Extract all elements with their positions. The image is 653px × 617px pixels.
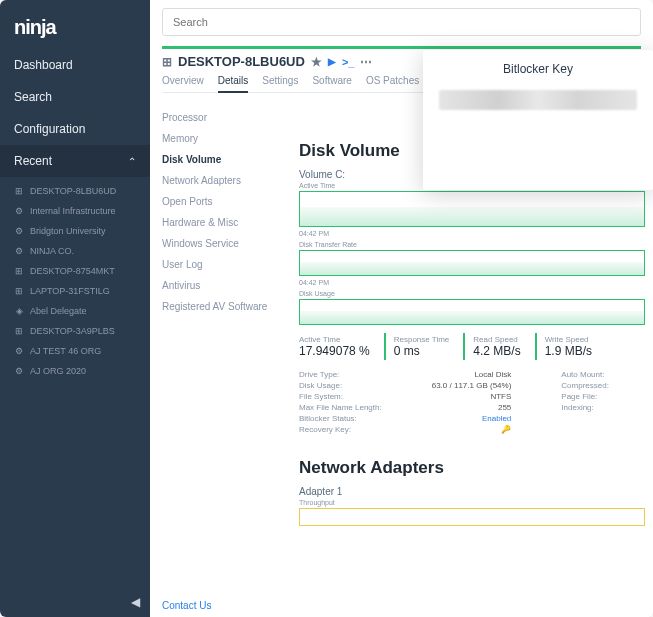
prop-labels-2: Auto Mount:Compressed:Page File:Indexing… (561, 370, 609, 434)
recent-item-label: DESKTOP-3A9PLBS (30, 326, 115, 336)
metric-label: Read Speed (473, 335, 520, 344)
nav-configuration[interactable]: Configuration (0, 113, 150, 145)
tab-details[interactable]: Details (218, 75, 249, 93)
throughput-label: Throughput (299, 499, 645, 506)
recent-item[interactable]: ⊞DESKTOP-8754MKT (0, 261, 150, 281)
prop-label: Bitlocker Status: (299, 414, 382, 423)
play-icon[interactable]: ▶ (328, 56, 336, 67)
transfer-graph (299, 250, 645, 276)
side-menu-item[interactable]: Processor (162, 107, 283, 128)
contact-us-link[interactable]: Contact Us (162, 600, 211, 611)
side-menu-item[interactable]: Antivirus (162, 275, 283, 296)
search-input[interactable] (162, 8, 641, 36)
prop-value: Local Disk (432, 370, 512, 379)
bitlocker-popup: Bitlocker Key (423, 50, 653, 190)
metric-label: Active Time (299, 335, 370, 344)
tab-os-patches[interactable]: OS Patches (366, 75, 419, 92)
metric: Response Time0 ms (384, 333, 464, 360)
prop-label: Auto Mount: (561, 370, 609, 379)
nav-recent[interactable]: Recent ⌃ (0, 145, 150, 177)
usage-graph (299, 299, 645, 325)
graph-ts-1: 04:42 PM (299, 230, 645, 237)
recent-item-label: Bridgton University (30, 226, 106, 236)
side-menu-item[interactable]: Registered AV Software (162, 296, 283, 317)
device-type-icon: ⊞ (14, 266, 24, 276)
prop-values-1: Local Disk63.0 / 117.1 GB (54%)NTFS255En… (432, 370, 512, 434)
prop-value[interactable]: 🔑 (432, 425, 512, 434)
side-menu-item[interactable]: Network Adapters (162, 170, 283, 191)
chevron-up-icon: ⌃ (128, 156, 136, 167)
prop-value: 255 (432, 403, 512, 412)
details-side-menu: ProcessorMemoryDisk VolumeNetwork Adapte… (150, 93, 295, 617)
device-type-icon: ⚙ (14, 226, 24, 236)
metric-label: Write Speed (545, 335, 592, 344)
recent-item[interactable]: ⚙AJ ORG 2020 (0, 361, 150, 381)
recent-item-label: LAPTOP-31FSTILG (30, 286, 110, 296)
device-type-icon: ⊞ (14, 186, 24, 196)
prop-label: Max File Name Length: (299, 403, 382, 412)
nav-dashboard[interactable]: Dashboard (0, 49, 150, 81)
recent-item-label: DESKTOP-8754MKT (30, 266, 115, 276)
prop-label: Recovery Key: (299, 425, 382, 434)
tab-overview[interactable]: Overview (162, 75, 204, 92)
device-type-icon: ⊞ (14, 286, 24, 296)
adapter-label: Adapter 1 (299, 486, 645, 497)
side-menu-item[interactable]: Open Ports (162, 191, 283, 212)
bitlocker-key-value (439, 90, 637, 110)
device-type-icon: ⊞ (14, 326, 24, 336)
recent-item-label: AJ ORG 2020 (30, 366, 86, 376)
recent-item-label: Abel Delegate (30, 306, 87, 316)
metric: Read Speed4.2 MB/s (463, 333, 534, 360)
side-menu-item[interactable]: Memory (162, 128, 283, 149)
disk-metrics: Active Time17.949078 %Response Time0 msR… (299, 333, 645, 360)
recent-item[interactable]: ⊞LAPTOP-31FSTILG (0, 281, 150, 301)
prop-label: Indexing: (561, 403, 609, 412)
recent-item[interactable]: ◈Abel Delegate (0, 301, 150, 321)
nav-search[interactable]: Search (0, 81, 150, 113)
side-menu-item[interactable]: Disk Volume (162, 149, 283, 170)
recent-item[interactable]: ⚙AJ TEST 46 ORG (0, 341, 150, 361)
device-type-icon: ◈ (14, 306, 24, 316)
prop-label: Compressed: (561, 381, 609, 390)
star-icon[interactable]: ★ (311, 55, 322, 69)
recent-item-label: DESKTOP-8LBU6UD (30, 186, 116, 196)
device-name: DESKTOP-8LBU6UD (178, 54, 305, 69)
metric: Active Time17.949078 % (299, 333, 384, 360)
recent-item[interactable]: ⊞DESKTOP-3A9PLBS (0, 321, 150, 341)
tab-settings[interactable]: Settings (262, 75, 298, 92)
metric-value: 4.2 MB/s (473, 344, 520, 358)
tab-software[interactable]: Software (312, 75, 351, 92)
collapse-sidebar-icon[interactable]: ◀ (131, 595, 140, 609)
recent-item-label: AJ TEST 46 ORG (30, 346, 101, 356)
terminal-icon[interactable]: >_ (342, 56, 355, 68)
prop-value[interactable]: Enabled (432, 414, 512, 423)
prop-label: File System: (299, 392, 382, 401)
recent-item[interactable]: ⚙NINJA CO. (0, 241, 150, 261)
prop-value: NTFS (432, 392, 512, 401)
side-menu-item[interactable]: User Log (162, 254, 283, 275)
recent-item-label: Internal Infrastructure (30, 206, 116, 216)
nav-recent-label: Recent (14, 154, 52, 168)
device-type-icon: ⚙ (14, 206, 24, 216)
device-type-icon: ⚙ (14, 366, 24, 376)
more-icon[interactable]: ⋯ (360, 55, 372, 69)
prop-label: Drive Type: (299, 370, 382, 379)
recent-item[interactable]: ⊞DESKTOP-8LBU6UD (0, 181, 150, 201)
side-menu-item[interactable]: Windows Service (162, 233, 283, 254)
device-type-icon: ⚙ (14, 246, 24, 256)
adapter-graph (299, 508, 645, 526)
network-title: Network Adapters (299, 458, 645, 478)
side-menu-item[interactable]: Hardware & Misc (162, 212, 283, 233)
prop-label: Page File: (561, 392, 609, 401)
recent-list: ⊞DESKTOP-8LBU6UD⚙Internal Infrastructure… (0, 177, 150, 385)
metric-value: 1.9 MB/s (545, 344, 592, 358)
metric-value: 17.949078 % (299, 344, 370, 358)
recent-item[interactable]: ⚙Bridgton University (0, 221, 150, 241)
recent-item[interactable]: ⚙Internal Infrastructure (0, 201, 150, 221)
device-type-icon: ⚙ (14, 346, 24, 356)
usage-graph-label: Disk Usage (299, 290, 645, 297)
recent-item-label: NINJA CO. (30, 246, 74, 256)
prop-label: Disk Usage: (299, 381, 382, 390)
metric-label: Response Time (394, 335, 450, 344)
brand-logo: ninja (0, 0, 150, 49)
